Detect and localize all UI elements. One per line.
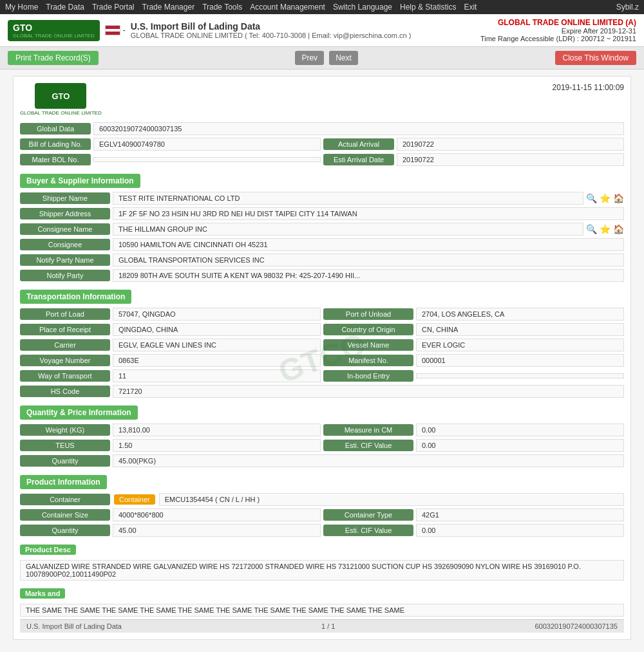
qty-row: Quantity 45.00(PKG) xyxy=(20,454,624,467)
notify-party-label: Notify Party xyxy=(20,270,110,281)
main-content: GTCO GTO GLOBAL TRADE ONLINE LIMITED 201… xyxy=(0,70,644,652)
consignee-home-icon[interactable]: 🏠 xyxy=(613,224,624,234)
flag-separator: - xyxy=(123,26,126,35)
global-data-label: Global Data xyxy=(20,123,91,135)
vessel-name-label: Vessel Name xyxy=(323,339,413,351)
consignee-star-icon[interactable]: ⭐ xyxy=(600,224,611,234)
weight-row: Weight (KG) 13,810.00 Measure in CM 0.00 xyxy=(20,424,624,436)
nav-trade-portal[interactable]: Trade Portal xyxy=(92,3,135,12)
place-of-receipt-value: QINGDAO, CHINA xyxy=(113,323,321,336)
consignee-value: 10590 HAMILTON AVE CINCINNATI OH 45231 xyxy=(113,238,624,251)
measure-value: 0.00 xyxy=(416,424,624,436)
product-esti-cif-value: 0.00 xyxy=(416,524,624,537)
buyer-supplier-section-header: Buyer & Supplier Information xyxy=(20,174,140,188)
vessel-name-value: EVER LOGIC xyxy=(416,339,624,351)
esti-cif-value: 0.00 xyxy=(416,439,624,452)
weight-label: Weight (KG) xyxy=(20,424,110,436)
hs-code-row: HS Code 721720 xyxy=(20,385,624,398)
nav-trade-data[interactable]: Trade Data xyxy=(46,3,84,12)
place-of-receipt-row: Place of Receipt QINGDAO, CHINA Country … xyxy=(20,323,624,336)
mater-bol-value xyxy=(93,157,321,162)
port-of-load-row: Port of Load 57047, QINGDAO Port of Unlo… xyxy=(20,308,624,321)
esti-arrival-value: 20190722 xyxy=(397,153,624,166)
user-info: Sybil.z xyxy=(616,3,639,12)
way-of-transport-row: Way of Transport 11 In-bond Entry xyxy=(20,369,624,382)
record-source: U.S. Import Bill of Lading Data xyxy=(26,622,122,630)
carrier-label: Carrier xyxy=(20,339,110,351)
next-button[interactable]: Next xyxy=(329,51,358,65)
mater-bol-row: Mater BOL No. Esti Arrival Date 20190722 xyxy=(20,153,624,166)
product-qty-row: Quantity 45.00 Esti. CIF Value 0.00 xyxy=(20,524,624,537)
shipper-address-value: 1F 2F 5F NO 23 HSIN HU 3RD RD NEI HU DIS… xyxy=(113,207,624,220)
card-logo-sub: GLOBAL TRADE ONLINE LIMITED xyxy=(20,110,102,116)
esti-arrival-label: Esti Arrival Date xyxy=(323,154,394,165)
qty-label: Quantity xyxy=(20,455,110,467)
product-esti-cif-label: Esti. CIF Value xyxy=(323,525,413,536)
shipper-name-row: Shipper Name TEST RITE INTERNATIONAL CO … xyxy=(20,192,624,205)
shipper-name-label: Shipper Name xyxy=(20,192,110,204)
nav-exit[interactable]: Exit xyxy=(464,3,477,12)
inbond-entry-value xyxy=(416,373,624,378)
flag-box: - xyxy=(105,25,126,35)
nav-switch-language[interactable]: Switch Language xyxy=(333,3,392,12)
company-name: GLOBAL TRADE ONLINE LIMITED (A) xyxy=(480,18,636,27)
username: Sybil.z xyxy=(616,3,639,12)
container-size-label: Container Size xyxy=(20,509,110,521)
global-data-value: 600320190724000307135 xyxy=(93,122,624,135)
header-left: GTO GLOBAL TRADE ONLINE LIMITED - U.S. I… xyxy=(8,20,411,41)
carrier-value: EGLV, EAGLE VAN LINES INC xyxy=(113,339,321,351)
nav-menu: My Home Trade Data Trade Portal Trade Ma… xyxy=(5,3,477,12)
notify-party-name-row: Notify Party Name GLOBAL TRANSPORTATION … xyxy=(20,254,624,266)
shipper-address-row: Shipper Address 1F 2F 5F NO 23 HSIN HU 3… xyxy=(20,207,624,220)
card-timestamp: 2019-11-15 11:00:09 xyxy=(553,83,624,92)
card-logo-img: GTO xyxy=(35,83,86,109)
carrier-row: Carrier EGLV, EAGLE VAN LINES INC Vessel… xyxy=(20,339,624,351)
nav-trade-manager[interactable]: Trade Manager xyxy=(142,3,195,12)
teus-value: 1.50 xyxy=(113,439,321,452)
consignee-search-icon[interactable]: 🔍 xyxy=(586,224,597,234)
country-of-origin-label: Country of Origin xyxy=(323,324,413,335)
qty-price-section-header: Quantity & Price Information xyxy=(20,405,138,420)
product-desc-header: Product Desc xyxy=(20,545,76,555)
consignee-label: Consignee xyxy=(20,239,110,250)
nav-account-management[interactable]: Account Management xyxy=(250,3,325,12)
port-of-unload-label: Port of Unload xyxy=(323,308,413,320)
actual-arrival-value: 20190722 xyxy=(397,138,624,151)
header-subtitle: GLOBAL TRADE ONLINE LIMITED ( Tel: 400-7… xyxy=(131,32,412,39)
esti-cif-label: Esti. CIF Value xyxy=(323,440,413,451)
notify-party-name-value: GLOBAL TRANSPORTATION SERVICES INC xyxy=(113,254,624,266)
measure-label: Measure in CM xyxy=(323,424,413,436)
header-bar: GTO GLOBAL TRADE ONLINE LIMITED - U.S. I… xyxy=(0,14,644,47)
top-toolbar: Print Trade Record(S) Prev Next Close Th… xyxy=(0,47,644,70)
container-size-row: Container Size 4000*806*800 Container Ty… xyxy=(20,508,624,521)
voyage-number-row: Voyage Number 0863E Manifest No. 000001 xyxy=(20,354,624,367)
header-right: GLOBAL TRADE ONLINE LIMITED (A) Expire A… xyxy=(480,18,636,42)
container-value: EMCU1354454 ( CN / L / HH ) xyxy=(159,493,624,506)
notify-party-value: 18209 80TH AVE SOUTH SUITE A KENT WA 980… xyxy=(113,269,624,282)
shipper-star-icon[interactable]: ⭐ xyxy=(600,193,611,203)
country-of-origin-value: CN, CHINA xyxy=(416,323,624,336)
page-title: U.S. Import Bill of Lading Data xyxy=(131,21,412,32)
top-navigation: My Home Trade Data Trade Portal Trade Ma… xyxy=(0,0,644,14)
notify-party-name-label: Notify Party Name xyxy=(20,254,110,266)
us-flag xyxy=(105,25,120,35)
print-record-button[interactable]: Print Trade Record(S) xyxy=(8,51,99,65)
inbond-entry-label: In-bond Entry xyxy=(323,370,413,382)
shipper-home-icon[interactable]: 🏠 xyxy=(613,193,624,203)
nav-trade-tools[interactable]: Trade Tools xyxy=(202,3,242,12)
time-range: Time Range Accessible (LDR) : 200712 ~ 2… xyxy=(480,35,636,42)
prev-button[interactable]: Prev xyxy=(295,51,324,65)
nav-help-statistics[interactable]: Help & Statistics xyxy=(400,3,456,12)
container-type-value: 42G1 xyxy=(416,508,624,521)
close-window-button[interactable]: Close This Window xyxy=(555,51,636,65)
teus-row: TEUS 1.50 Esti. CIF Value 0.00 xyxy=(20,439,624,452)
consignee-name-value: THE HILLMAN GROUP INC xyxy=(113,223,583,236)
shipper-search-icon[interactable]: 🔍 xyxy=(586,193,597,203)
record-card: GTCO GTO GLOBAL TRADE ONLINE LIMITED 201… xyxy=(13,76,631,640)
shipper-name-value: TEST RITE INTERNATIONAL CO LTD xyxy=(113,192,583,205)
bol-label: Bill of Lading No. xyxy=(20,138,91,150)
marks-header: Marks and xyxy=(20,588,65,599)
nav-my-home[interactable]: My Home xyxy=(5,3,38,12)
bol-value: EGLV140900749780 xyxy=(93,138,321,151)
manifest-no-label: Manifest No. xyxy=(323,355,413,366)
